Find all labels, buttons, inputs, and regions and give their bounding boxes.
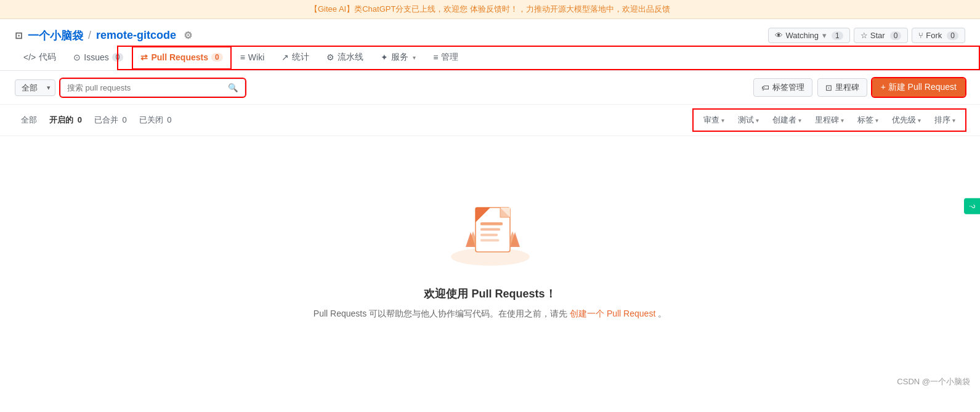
tags-manage-button[interactable]: 🏷 标签管理 <box>753 78 812 97</box>
star-button[interactable]: ☆ Star 0 <box>854 28 909 43</box>
priority-dropdown[interactable]: 优先级 ▾ <box>887 112 926 128</box>
repo-slash: / <box>88 29 91 42</box>
test-arrow: ▾ <box>756 117 759 124</box>
create-pr-link[interactable]: 创建一个 Pull Request <box>570 309 655 318</box>
pr-icon: ⇄ <box>140 52 148 62</box>
sort-arrow: ▾ <box>952 117 955 124</box>
issues-icon: ⊙ <box>73 52 81 62</box>
sort-dropdown[interactable]: 排序 ▾ <box>929 112 960 128</box>
svg-rect-13 <box>480 239 499 241</box>
subfilter-merged[interactable]: 已合并 0 <box>88 112 133 128</box>
milestone-icon: ⊡ <box>825 83 832 92</box>
milestone-arrow: ▾ <box>841 117 844 124</box>
toolbar-right: 🏷 标签管理 ⊡ 里程碑 + 新建 Pull Request <box>753 78 965 97</box>
top-banner: 【Gitee AI】类ChatGPT分支已上线，欢迎您 体验反馈时！，力推动开源… <box>0 0 980 19</box>
empty-title: 欢迎使用 Pull Requests！ <box>424 286 556 301</box>
repo-name[interactable]: remote-gitcode <box>96 29 176 42</box>
filter-wrapper: 全部 <box>15 79 55 96</box>
tab-stats[interactable]: ↗ 统计 <box>273 46 318 70</box>
tab-issues[interactable]: ⊙ Issues 0 <box>65 46 132 70</box>
tag-arrow: ▾ <box>875 117 878 124</box>
csdn-watermark: CSDN @一个小脑袋 <box>897 376 970 387</box>
milestone-filter-dropdown[interactable]: 里程碑 ▾ <box>810 112 849 128</box>
fork-icon: ⑂ <box>918 31 923 40</box>
dropdown-arrow-watching: ▾ <box>822 31 827 40</box>
tab-code[interactable]: </> 代码 <box>15 46 65 70</box>
tag-icon: 🏷 <box>761 83 769 92</box>
search-input[interactable] <box>61 79 222 96</box>
repo-header: ⊡ 一个小脑袋 / remote-gitcode ⚙ 👁 Watching ▾ … <box>0 19 980 43</box>
creator-dropdown[interactable]: 创建者 ▾ <box>767 112 806 128</box>
svg-rect-10 <box>480 222 503 225</box>
services-dropdown-arrow: ▾ <box>413 54 416 61</box>
tab-wiki[interactable]: ≡ Wiki <box>232 46 273 70</box>
subfilter-all[interactable]: 全部 <box>15 112 43 128</box>
eye-icon: 👁 <box>775 31 783 40</box>
creator-arrow: ▾ <box>798 117 801 124</box>
wiki-icon: ≡ <box>240 52 245 62</box>
repo-owner[interactable]: 一个小脑袋 <box>28 28 83 43</box>
svg-rect-12 <box>480 233 498 236</box>
empty-state: 欢迎使用 Pull Requests！ Pull Requests 可以帮助您与… <box>0 136 980 344</box>
manage-icon: ≡ <box>433 52 438 62</box>
empty-desc: Pull Requests 可以帮助您与他人协作编写代码。在使用之前，请先 创建… <box>314 309 666 320</box>
tag-dropdown[interactable]: 标签 ▾ <box>852 112 883 128</box>
repo-nav: </> 代码 ⊙ Issues 0 ⇄ Pull Requests 0 ≡ Wi… <box>0 46 980 71</box>
search-box: 🔍 <box>60 79 245 97</box>
watching-count: 1 <box>832 31 843 40</box>
tab-pull-requests[interactable]: ⇄ Pull Requests 0 <box>132 46 231 70</box>
tab-manage[interactable]: ≡ 管理 <box>424 46 467 70</box>
new-pr-button[interactable]: + 新建 Pull Request <box>872 78 965 97</box>
repo-actions: 👁 Watching ▾ 1 ☆ Star 0 ⑂ Fork 0 <box>768 28 965 43</box>
pr-subfilter: 全部 开启的 0 已合并 0 已关闭 0 审查 ▾ 测试 ▾ 创建者 ▾ <box>0 105 980 136</box>
floating-button[interactable]: ? <box>964 198 980 214</box>
subfilter-right: 审查 ▾ 测试 ▾ 创建者 ▾ 里程碑 ▾ 标签 ▾ 优先级 ▾ <box>694 110 965 131</box>
watching-button[interactable]: 👁 Watching ▾ 1 <box>768 28 849 43</box>
milestone-button[interactable]: ⊡ 里程碑 <box>817 78 867 97</box>
code-icon: </> <box>23 52 36 62</box>
svg-rect-11 <box>480 228 500 231</box>
test-dropdown[interactable]: 测试 ▾ <box>733 112 764 128</box>
repo-icon: ⊡ <box>15 30 23 41</box>
review-dropdown[interactable]: 审查 ▾ <box>699 112 729 128</box>
fork-button[interactable]: ⑂ Fork 0 <box>912 28 965 43</box>
services-icon: ✦ <box>381 52 388 62</box>
search-button[interactable]: 🔍 <box>222 79 245 96</box>
tab-pipeline[interactable]: ⚙ 流水线 <box>318 46 372 70</box>
review-arrow: ▾ <box>721 117 724 124</box>
pipeline-icon: ⚙ <box>326 52 334 62</box>
priority-arrow: ▾ <box>918 117 921 124</box>
star-count: 0 <box>890 31 902 40</box>
repo-title: ⊡ 一个小脑袋 / remote-gitcode ⚙ <box>15 28 192 43</box>
fork-count: 0 <box>947 31 958 40</box>
toolbar-left: 全部 🔍 <box>15 79 245 97</box>
empty-illustration <box>441 173 540 272</box>
filter-select[interactable]: 全部 <box>15 79 55 96</box>
subfilter-open[interactable]: 开启的 0 <box>43 112 88 128</box>
tab-services[interactable]: ✦ 服务 ▾ <box>372 46 424 70</box>
pr-toolbar: 全部 🔍 🏷 标签管理 ⊡ 里程碑 + 新建 Pull Request <box>0 71 980 105</box>
star-icon: ☆ <box>861 31 868 40</box>
subfilter-closed[interactable]: 已关闭 0 <box>133 112 178 128</box>
stats-icon: ↗ <box>281 52 289 62</box>
settings-icon[interactable]: ⚙ <box>184 30 192 41</box>
